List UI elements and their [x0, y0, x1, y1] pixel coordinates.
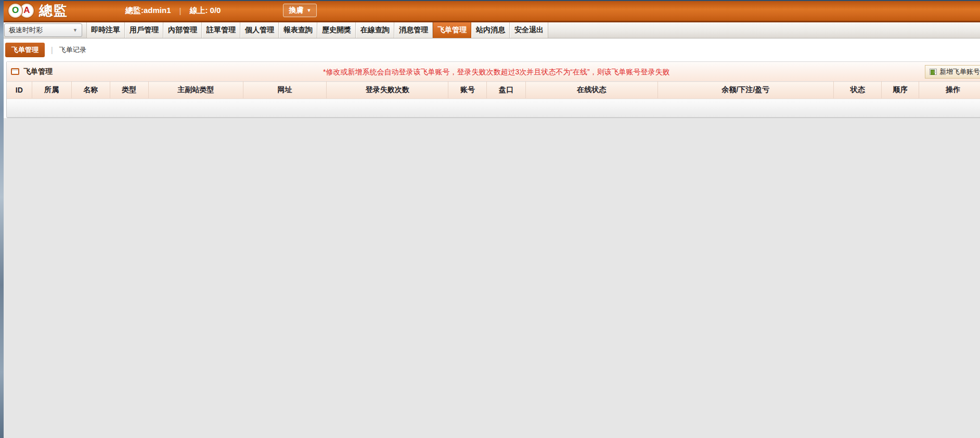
tab-site-messages[interactable]: 站内消息 [471, 22, 510, 38]
subtab-flight-order-records[interactable]: 飞单记录 [59, 45, 86, 55]
column-owner: 所属 [32, 82, 71, 99]
chevron-down-icon: ▼ [306, 8, 311, 13]
subtab-separator: | [51, 46, 53, 54]
nav-tabs: 即時注單 用戶管理 內部管理 註單管理 個人管理 報表查詢 歷史開獎 在線查詢 … [86, 22, 548, 38]
tab-report-query[interactable]: 報表查詢 [279, 22, 317, 38]
login-warning-text: *修改或新增系统会自动登录该飞单账号，登录失败次数超过3次并且状态不为“在线”，… [323, 68, 670, 77]
online-count: 線上: 0/0 [189, 6, 221, 16]
chevron-down-icon: ▼ [73, 28, 78, 33]
column-name: 名称 [71, 82, 110, 99]
column-online-status: 在线状态 [525, 82, 657, 99]
user-label: 總監:admin1 [125, 6, 171, 16]
tab-online-query[interactable]: 在線查詢 [356, 22, 394, 38]
flight-order-panel: 飞单管理 *修改或新增系统会自动登录该飞单账号，登录失败次数超过3次并且状态不为… [6, 61, 980, 118]
table-empty-row [7, 99, 980, 118]
column-account: 账号 [448, 82, 487, 99]
column-site-type: 主副站类型 [148, 82, 243, 99]
table-header-row: ID 所属 名称 类型 主副站类型 网址 登录失败次数 账号 盘口 在线状态 余… [7, 82, 980, 99]
add-flight-account-button[interactable]: 新增飞单账号 [925, 65, 980, 79]
app-header: O A 總監 總監:admin1 | 線上: 0/0 換膚 ▼ [0, 0, 980, 21]
tab-safe-exit[interactable]: 安全退出 [510, 22, 548, 38]
tab-order-management[interactable]: 註單管理 [202, 22, 240, 38]
column-type: 类型 [110, 82, 148, 99]
add-flight-account-label: 新增飞单账号 [939, 67, 980, 76]
column-login-failures: 登录失败次数 [327, 82, 448, 99]
sub-nav-bar: 飞单管理 | 飞单记录 [0, 38, 980, 61]
header-user-info: 總監:admin1 | 線上: 0/0 [125, 6, 221, 16]
column-actions: 操作 [919, 82, 980, 99]
header-separator: | [179, 6, 182, 15]
column-order: 顺序 [882, 82, 919, 99]
content-area: 飞单管理 | 飞单记录 飞单管理 *修改或新增系统会自动登录该飞单账号，登录失败… [0, 38, 980, 118]
change-skin-label: 換膚 [289, 6, 303, 15]
app-title: 總監 [39, 2, 68, 20]
account-card-icon [930, 69, 937, 75]
main-nav-bar: 极速时时彩 ▼ 即時注單 用戶管理 內部管理 註單管理 個人管理 報表查詢 歷史… [0, 21, 980, 38]
tab-message-management[interactable]: 消息管理 [394, 22, 433, 38]
logo-letter-o: O [8, 4, 22, 18]
column-id: ID [7, 82, 32, 99]
subtab-flight-order-management[interactable]: 飞单管理 [5, 43, 45, 57]
panel-header: 飞单管理 *修改或新增系统会自动登录该飞单账号，登录失败次数超过3次并且状态不为… [7, 62, 980, 81]
tab-flight-order-management[interactable]: 飞单管理 [433, 22, 471, 38]
lottery-select[interactable]: 极速时时彩 ▼ [4, 23, 82, 37]
tab-instant-bets[interactable]: 即時注單 [86, 22, 125, 38]
tab-personal-management[interactable]: 個人管理 [240, 22, 279, 38]
column-handicap: 盘口 [487, 82, 525, 99]
column-balance-bet-profit: 余额/下注/盈亏 [657, 82, 833, 99]
flight-order-table: ID 所属 名称 类型 主副站类型 网址 登录失败次数 账号 盘口 在线状态 余… [7, 81, 980, 118]
window-icon [11, 68, 19, 75]
column-url: 网址 [243, 82, 326, 99]
oa-logo: O A 總監 [8, 2, 68, 20]
panel-title: 飞单管理 [23, 67, 53, 76]
tab-user-management[interactable]: 用戶管理 [125, 22, 163, 38]
change-skin-button[interactable]: 換膚 ▼ [283, 4, 317, 17]
oa-logo-circles: O A [8, 4, 34, 18]
tab-internal-management[interactable]: 內部管理 [163, 22, 202, 38]
tab-history-draws[interactable]: 歷史開獎 [317, 22, 356, 38]
wallpaper-left-strip [0, 0, 4, 438]
column-status: 状态 [834, 82, 882, 99]
lottery-select-value: 极速时时彩 [9, 25, 43, 35]
